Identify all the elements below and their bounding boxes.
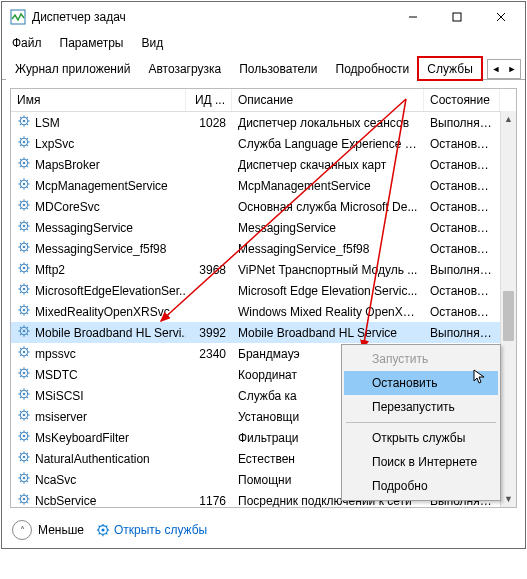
scroll-up-button[interactable]: ▲ — [501, 111, 516, 127]
svg-point-156 — [23, 435, 26, 438]
gear-icon — [17, 387, 31, 404]
table-row[interactable]: MicrosoftEdgeElevationSer...Microsoft Ed… — [11, 280, 516, 301]
cell-pid — [186, 394, 232, 398]
header-name[interactable]: Имя — [11, 89, 186, 111]
cell-pid — [186, 247, 232, 251]
tab-details[interactable]: Подробности — [327, 57, 419, 80]
ctx-restart[interactable]: Перезапустить — [344, 395, 498, 419]
tabs-row: Журнал приложений Автозагрузка Пользоват… — [2, 56, 525, 80]
svg-point-66 — [23, 246, 26, 249]
svg-line-183 — [20, 481, 21, 482]
table-row[interactable]: MDCoreSvcОсновная служба Microsoft De...… — [11, 196, 516, 217]
tab-services[interactable]: Службы — [418, 57, 481, 80]
gear-icon — [17, 303, 31, 320]
cell-desc: Windows Mixed Reality OpenXR... — [232, 303, 424, 321]
scroll-thumb[interactable] — [503, 291, 514, 341]
svg-line-74 — [27, 243, 28, 244]
svg-line-94 — [27, 285, 28, 286]
table-row[interactable]: MapsBrokerДиспетчер скачанных картОстано… — [11, 154, 516, 175]
table-row[interactable]: MessagingService_f5f98MessagingService_f… — [11, 238, 516, 259]
cell-desc: MessagingService — [232, 219, 424, 237]
table-row[interactable]: MessagingServiceMessagingServiceОстановл… — [11, 217, 516, 238]
menu-options[interactable]: Параметры — [56, 34, 128, 52]
maximize-button[interactable] — [435, 3, 479, 31]
svg-line-92 — [27, 292, 28, 293]
cell-pid: 3968 — [186, 261, 232, 279]
svg-line-121 — [20, 348, 21, 349]
table-header: Имя ИД ... Описание Состояние — [11, 89, 516, 112]
svg-point-116 — [23, 351, 26, 354]
cell-state: Остановлено — [424, 135, 500, 153]
service-name-text: MsKeyboardFilter — [35, 431, 129, 445]
app-icon — [10, 9, 26, 25]
cell-name: MsKeyboardFilter — [11, 427, 186, 448]
table-row[interactable]: LSM1028Диспетчер локальных сеансовВыполн… — [11, 112, 516, 133]
svg-line-104 — [27, 306, 28, 307]
table-row[interactable]: LxpSvcСлужба Language Experience S...Ост… — [11, 133, 516, 154]
svg-line-21 — [20, 138, 21, 139]
cell-desc: Microsoft Edge Elevation Servic... — [232, 282, 424, 300]
svg-line-32 — [27, 166, 28, 167]
tab-startup[interactable]: Автозагрузка — [139, 57, 230, 80]
svg-line-142 — [27, 397, 28, 398]
menubar: Файл Параметры Вид — [2, 32, 525, 56]
svg-line-174 — [27, 453, 28, 454]
svg-line-61 — [20, 222, 21, 223]
header-desc[interactable]: Описание — [232, 89, 424, 111]
scroll-down-button[interactable]: ▼ — [501, 491, 516, 507]
svg-line-113 — [20, 334, 21, 335]
service-name-text: NcbService — [35, 494, 96, 508]
svg-line-172 — [27, 460, 28, 461]
table-row[interactable]: McpManagementServiceMcpManagementService… — [11, 175, 516, 196]
ctx-details[interactable]: Подробно — [344, 474, 498, 498]
service-name-text: LSM — [35, 116, 60, 130]
gear-icon — [17, 156, 31, 173]
svg-line-63 — [20, 229, 21, 230]
menu-file[interactable]: Файл — [8, 34, 46, 52]
context-menu: Запустить Остановить Перезапустить Откры… — [341, 344, 501, 501]
close-button[interactable] — [479, 3, 523, 31]
svg-point-56 — [23, 225, 26, 228]
cell-name: MapsBroker — [11, 154, 186, 175]
tab-scroll-left[interactable]: ◄ — [488, 60, 504, 78]
ctx-open-services[interactable]: Открыть службы — [344, 426, 498, 450]
cell-pid: 3992 — [186, 324, 232, 342]
svg-rect-2 — [453, 13, 461, 21]
gear-icon — [17, 450, 31, 467]
table-row[interactable]: MixedRealityOpenXRSvcWindows Mixed Reali… — [11, 301, 516, 322]
tab-users[interactable]: Пользователи — [230, 57, 326, 80]
gear-icon — [17, 345, 31, 362]
gear-icon — [17, 492, 31, 508]
svg-line-82 — [27, 271, 28, 272]
tab-app-history[interactable]: Журнал приложений — [6, 57, 139, 80]
svg-line-13 — [20, 124, 21, 125]
table-row[interactable]: Mftp23968ViPNet Транспортный Модуль ...В… — [11, 259, 516, 280]
svg-line-206 — [106, 526, 107, 527]
header-state[interactable]: Состояние — [424, 89, 500, 111]
tab-scroll-right[interactable]: ► — [504, 60, 520, 78]
gear-icon — [17, 114, 31, 131]
cell-name: MixedRealityOpenXRSvc — [11, 301, 186, 322]
open-services-link[interactable]: Открыть службы — [96, 523, 207, 537]
gear-icon — [17, 408, 31, 425]
gear-icon — [17, 261, 31, 278]
svg-line-181 — [20, 474, 21, 475]
menu-view[interactable]: Вид — [137, 34, 167, 52]
fewer-button[interactable]: ˄ Меньше — [12, 520, 84, 540]
svg-line-163 — [20, 439, 21, 440]
svg-line-43 — [20, 187, 21, 188]
scrollbar-vertical[interactable]: ▲ ▼ — [500, 111, 516, 507]
services-table: Имя ИД ... Описание Состояние LSM1028Дис… — [10, 88, 517, 508]
svg-line-205 — [99, 533, 100, 534]
table-row[interactable]: Mobile Broadband HL Servi...3992Mobile B… — [11, 322, 516, 343]
service-name-text: NcaSvc — [35, 473, 76, 487]
svg-line-134 — [27, 369, 28, 370]
ctx-search-online[interactable]: Поиск в Интернете — [344, 450, 498, 474]
cell-name: MSiSCSI — [11, 385, 186, 406]
svg-point-176 — [23, 477, 26, 480]
minimize-button[interactable] — [391, 3, 435, 31]
open-services-label: Открыть службы — [114, 523, 207, 537]
header-pid[interactable]: ИД ... — [186, 89, 232, 111]
svg-point-106 — [23, 330, 26, 333]
cell-name: LSM — [11, 112, 186, 133]
